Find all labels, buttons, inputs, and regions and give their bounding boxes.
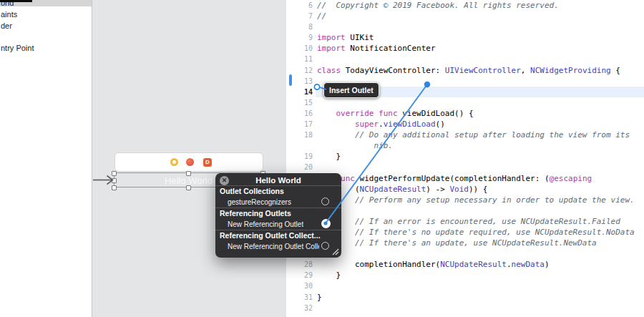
code-text: // Do any additional setup after loading… (317, 130, 630, 140)
code-line[interactable]: 8 (286, 21, 644, 32)
orange-square-icon: D (203, 158, 212, 167)
code-text: completionHandler(NCUpdateResult.newData… (317, 259, 550, 270)
code-line[interactable]: 31} (286, 292, 644, 303)
radio-new-referencing-outlet[interactable] (321, 219, 331, 228)
code-text: // If there's no update required, use NC… (317, 227, 635, 238)
line-number: 17 (286, 119, 313, 130)
code-line[interactable]: 17 super.viewDidLoad() (286, 119, 644, 130)
code-text: // If an error is encountered, use NCUpd… (317, 216, 620, 227)
row-new-referencing-outlet[interactable]: New Referencing Outlet (228, 220, 303, 228)
divider (215, 230, 341, 230)
code-text: nib. (317, 140, 393, 151)
code-text: class TodayViewController: UIViewControl… (317, 65, 620, 76)
line-number: 6 (286, 0, 313, 11)
resize-handle-bottom-left[interactable] (112, 185, 117, 190)
line-number: 9 (286, 32, 313, 43)
yellow-donut-icon (170, 158, 178, 166)
code-text: super.viewDidLoad() (317, 119, 445, 130)
line-number: 15 (286, 97, 313, 108)
code-text: } (317, 151, 341, 162)
code-line[interactable]: 7// (286, 11, 644, 21)
line-number: 30 (286, 281, 313, 291)
code-line[interactable]: 11 (286, 54, 644, 64)
code-text: import UIKit (317, 32, 374, 43)
sidebar-item-responder[interactable]: der (1, 21, 12, 30)
line-number: 18 (286, 130, 313, 140)
popup-resize-handle[interactable] (332, 248, 339, 255)
line-number: 20 (286, 162, 313, 172)
section-referencing-outlets: Referencing Outlets (220, 209, 291, 218)
window-chrome-strip (0, 0, 32, 2)
code-text: // Perform any setup necessary in order … (317, 195, 635, 205)
connections-popup[interactable]: ✕ Hello World Outlet Collections gesture… (215, 173, 341, 258)
resize-handle-mid-left[interactable] (112, 178, 117, 183)
code-line[interactable]: 28 completionHandler(NCUpdateResult.newD… (286, 259, 644, 270)
line-number: 7 (286, 11, 313, 21)
code-text: func widgetPerformUpdate(completionHandl… (317, 173, 592, 184)
code-line[interactable]: 16 override func viewDidLoad() { (286, 108, 644, 119)
line-number (286, 140, 313, 151)
line-number: 11 (286, 54, 313, 64)
code-line[interactable]: 15 (286, 97, 644, 108)
code-line[interactable]: 12class TodayViewController: UIViewContr… (286, 65, 644, 76)
resize-handle-bottom-mid[interactable] (186, 185, 191, 190)
document-outline-sidebar: orld aints der ntry Point (0, 0, 92, 317)
code-text: override func viewDidLoad() { (317, 108, 474, 119)
code-text: } (317, 292, 322, 303)
line-number: 14 (286, 87, 313, 97)
divider (215, 185, 341, 186)
line-number: 8 (286, 21, 313, 32)
code-line[interactable]: 9import UIKit (286, 32, 644, 43)
source-code-editor[interactable]: 6// Copyright © 2019 Facebook. All right… (286, 0, 644, 317)
code-text: } (317, 270, 341, 281)
code-line[interactable]: 19 } (286, 151, 644, 162)
code-line[interactable]: 30 (286, 281, 644, 291)
row-gesture-recognizers[interactable]: gestureRecognizers (228, 198, 291, 206)
radio-new-referencing-outlet-collection[interactable] (321, 242, 329, 250)
line-number: 28 (286, 259, 313, 270)
insert-outlet-tooltip: Insert Outlet (323, 82, 379, 98)
line-number: 13 (286, 76, 313, 87)
code-line[interactable]: 6// Copyright © 2019 Facebook. All right… (286, 0, 644, 11)
widget-toolbar-view[interactable]: D (114, 152, 263, 172)
popup-title: Hello World (215, 176, 341, 185)
resize-handle-top-left[interactable] (112, 171, 117, 176)
code-line[interactable]: 18 // Do any additional setup after load… (286, 130, 644, 140)
line-number: 29 (286, 270, 313, 281)
code-line[interactable]: 32 (286, 303, 644, 313)
code-text: // Copyright © 2019 Facebook. All rights… (317, 0, 559, 11)
section-referencing-outlet-collections: Referencing Outlet Collect... (220, 231, 321, 240)
resize-handle-top-mid[interactable] (186, 171, 191, 176)
code-text: (NCUpdateResult) -> Void)) { (317, 184, 487, 195)
code-line[interactable]: 20 (286, 162, 644, 172)
code-line[interactable]: 29 } (286, 270, 644, 281)
code-text: // (317, 11, 326, 21)
section-outlet-collections: Outlet Collections (220, 187, 284, 195)
line-number: 19 (286, 151, 313, 162)
row-new-referencing-outlet-collection[interactable]: New Referencing Outlet Colle... (228, 243, 319, 250)
line-number: 16 (286, 108, 313, 119)
line-number: 31 (286, 292, 313, 303)
line-number: 32 (286, 303, 313, 313)
sidebar-item-constraints[interactable]: aints (1, 10, 17, 19)
line-number: 10 (286, 43, 313, 54)
code-text: // If there's an update, use NCUpdateRes… (317, 238, 597, 248)
code-lines: 6// Copyright © 2019 Facebook. All right… (286, 0, 644, 313)
code-text: import NotificationCenter (317, 43, 436, 54)
code-line[interactable]: 10import NotificationCenter (286, 43, 644, 54)
interface-builder-canvas[interactable]: D Hello World (92, 0, 286, 317)
line-number: 12 (286, 65, 313, 76)
red-circle-icon (186, 158, 194, 166)
divider (215, 208, 341, 208)
code-line[interactable]: nib. (286, 140, 644, 151)
radio-gesture-recognizers[interactable] (321, 197, 329, 205)
sidebar-item-entry-point[interactable]: ntry Point (1, 44, 34, 52)
